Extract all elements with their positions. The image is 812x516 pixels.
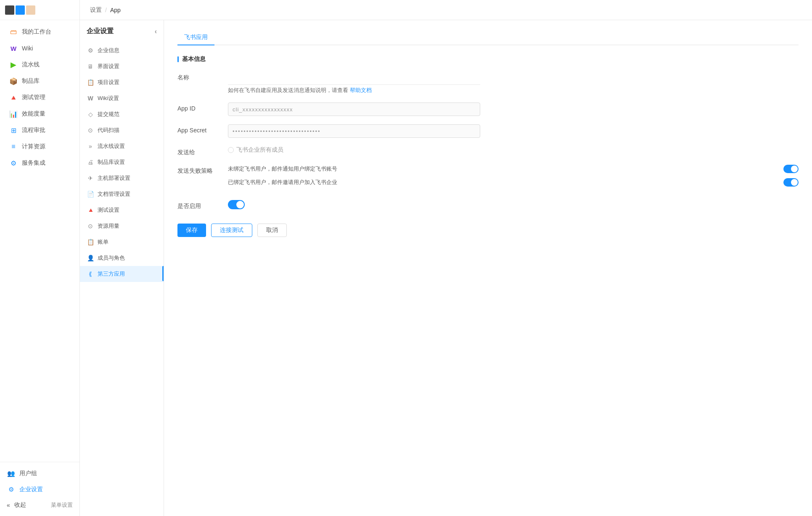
settings-item-project[interactable]: 📋 项目设置 bbox=[80, 74, 164, 90]
settings-item-wiki-label: Wiki设置 bbox=[98, 95, 119, 102]
settings-item-ui-settings[interactable]: 🖥 界面设置 bbox=[80, 58, 164, 74]
settings-item-commit[interactable]: ◇ 提交规范 bbox=[80, 106, 164, 122]
settings-item-docmgmt-label: 文档管理设置 bbox=[98, 190, 130, 198]
appid-label: App ID bbox=[177, 103, 228, 112]
settings-item-codescan[interactable]: ⊙ 代码扫描 bbox=[80, 122, 164, 138]
sidebar-item-service[interactable]: ⚙ 服务集成 bbox=[3, 155, 77, 171]
settings-item-billing[interactable]: 📋 账单 bbox=[80, 234, 164, 250]
settings-item-codescan-label: 代码扫描 bbox=[98, 126, 119, 134]
members-icon: 👤 bbox=[87, 255, 94, 261]
collapse-label: 收起 bbox=[14, 501, 26, 509]
name-input[interactable] bbox=[228, 71, 480, 85]
logo-block-2 bbox=[16, 5, 25, 15]
settings-item-members[interactable]: 👤 成员与角色 bbox=[80, 250, 164, 266]
sidebar-item-pipeline[interactable]: ▶ 流水线 bbox=[3, 57, 77, 73]
sidebar-nav: 🗃 我的工作台 W Wiki ▶ 流水线 📦 制品库 🔺 测试管理 📊 效能度量… bbox=[0, 20, 79, 462]
settings-item-test-label: 测试设置 bbox=[98, 206, 119, 214]
radio-label-all: 飞书企业所有成员 bbox=[236, 146, 283, 154]
settings-item-pipeline-label: 流水线设置 bbox=[98, 142, 125, 150]
logo bbox=[0, 0, 79, 20]
toggle2[interactable] bbox=[783, 178, 799, 187]
sidebar-item-test[interactable]: 🔺 测试管理 bbox=[3, 90, 77, 105]
sidebar-item-wiki-label: Wiki bbox=[22, 45, 33, 52]
settings-item-product[interactable]: 🖨 制品库设置 bbox=[80, 154, 164, 170]
appsecret-label: App Secret bbox=[177, 124, 228, 134]
breadcrumb-parent: 设置 bbox=[90, 6, 102, 14]
sidebar-bottom-usergroup[interactable]: 👥 用户组 bbox=[0, 466, 79, 482]
settings-item-company-info[interactable]: ⚙ 企业信息 bbox=[80, 42, 164, 58]
sidebar-item-compute[interactable]: ≡ 计算资源 bbox=[3, 139, 77, 155]
sidebar-item-product-label: 制品库 bbox=[22, 77, 40, 85]
sidebar-item-efficiency-label: 效能度量 bbox=[22, 110, 45, 118]
appid-input[interactable] bbox=[228, 103, 480, 116]
commit-spec-icon: ◇ bbox=[87, 111, 94, 118]
sidebar-bottom-enterprise-label: 企业设置 bbox=[19, 486, 43, 493]
code-scan-icon: ⊙ bbox=[87, 127, 94, 134]
settings-item-resource-label: 资源用量 bbox=[98, 222, 119, 230]
settings-item-commit-label: 提交规范 bbox=[98, 111, 119, 118]
sendfail-content: 未绑定飞书用户，邮件通知用户绑定飞书账号 已绑定飞书用户，邮件邀请用户加入飞书企… bbox=[228, 165, 799, 192]
doc-management-icon: 📄 bbox=[87, 191, 94, 197]
settings-item-product-label: 制品库设置 bbox=[98, 158, 125, 166]
sidebar-item-workflow[interactable]: ⊞ 流程审批 bbox=[3, 122, 77, 138]
sidebar-item-compute-label: 计算资源 bbox=[22, 143, 45, 150]
sidebar-bottom-enterprise[interactable]: ⚙ 企业设置 bbox=[0, 482, 79, 498]
settings-item-resource[interactable]: ⊙ 资源用量 bbox=[80, 218, 164, 234]
efficiency-icon: 📊 bbox=[9, 110, 18, 118]
pipeline-icon: ▶ bbox=[9, 61, 18, 69]
sendto-content: 飞书企业所有成员 bbox=[228, 146, 799, 154]
form-row-name: 名称 如何在飞书自建应用及发送消息通知说明，请查看 帮助文档 bbox=[177, 71, 799, 94]
settings-item-test[interactable]: 🔺 测试设置 bbox=[80, 202, 164, 218]
settings-item-company-info-label: 企业信息 bbox=[98, 47, 119, 54]
settings-item-host-label: 主机部署设置 bbox=[98, 174, 130, 182]
sidebar-item-product[interactable]: 📦 制品库 bbox=[3, 73, 77, 89]
sidebar-item-efficiency[interactable]: 📊 效能度量 bbox=[3, 106, 77, 122]
sidebar-item-workbench[interactable]: 🗃 我的工作台 bbox=[3, 24, 77, 40]
section-title-basic-info: 基本信息 bbox=[177, 55, 799, 63]
sidebar-item-wiki[interactable]: W Wiki bbox=[3, 40, 77, 56]
enable-toggle[interactable] bbox=[228, 200, 245, 209]
appid-content bbox=[228, 103, 799, 116]
enterprise-icon: ⚙ bbox=[7, 485, 15, 494]
settings-item-docmgmt[interactable]: 📄 文档管理设置 bbox=[80, 186, 164, 202]
settings-panel: 企业设置 ‹ ⚙ 企业信息 🖥 界面设置 📋 项目设置 W Wiki设置 ◇ bbox=[80, 20, 164, 516]
usergroup-icon: 👥 bbox=[7, 469, 15, 478]
name-content: 如何在飞书自建应用及发送消息通知说明，请查看 帮助文档 bbox=[228, 71, 799, 94]
company-info-icon: ⚙ bbox=[87, 47, 94, 54]
toggle1[interactable] bbox=[783, 165, 799, 173]
form-row-enable: 是否启用 bbox=[177, 200, 799, 210]
btn-row: 保存 连接测试 取消 bbox=[177, 224, 799, 237]
settings-item-host[interactable]: ✈ 主机部署设置 bbox=[80, 170, 164, 186]
settings-item-pipeline[interactable]: » 流水线设置 bbox=[80, 138, 164, 154]
cancel-button[interactable]: 取消 bbox=[257, 224, 287, 237]
wiki-settings-icon: W bbox=[87, 95, 94, 102]
help-doc-link[interactable]: 帮助文档 bbox=[350, 87, 372, 93]
product-settings-icon: 🖨 bbox=[87, 159, 94, 166]
radio-dot-all bbox=[228, 147, 234, 153]
settings-item-thirdparty[interactable]: ⟪ 第三方应用 bbox=[80, 266, 164, 282]
settings-item-wiki[interactable]: W Wiki设置 bbox=[80, 90, 164, 106]
save-button[interactable]: 保存 bbox=[177, 224, 206, 237]
tabs: 飞书应用 bbox=[177, 30, 799, 45]
appsecret-input[interactable] bbox=[228, 124, 480, 138]
breadcrumb: 设置 / App bbox=[80, 0, 812, 20]
name-hint: 如何在飞书自建应用及发送消息通知说明，请查看 帮助文档 bbox=[228, 85, 799, 94]
sendto-label: 发送给 bbox=[177, 146, 228, 156]
product-icon: 📦 bbox=[9, 77, 18, 85]
sidebar-collapse-row[interactable]: « 收起 菜单设置 bbox=[0, 498, 79, 513]
settings-item-thirdparty-label: 第三方应用 bbox=[98, 270, 125, 278]
sidebar-item-pipeline-label: 流水线 bbox=[22, 61, 40, 68]
logo-block-1 bbox=[5, 5, 14, 15]
breadcrumb-separator: / bbox=[105, 7, 107, 13]
host-deploy-icon: ✈ bbox=[87, 175, 94, 182]
wiki-icon: W bbox=[9, 44, 18, 53]
form-row-appsecret: App Secret bbox=[177, 124, 799, 138]
settings-collapse-button[interactable]: ‹ bbox=[155, 28, 157, 35]
radio-all-members[interactable]: 飞书企业所有成员 bbox=[228, 146, 799, 154]
tab-feishu[interactable]: 飞书应用 bbox=[177, 30, 214, 45]
settings-panel-title: 企业设置 ‹ bbox=[80, 27, 164, 42]
test-button[interactable]: 连接测试 bbox=[211, 224, 252, 237]
main-area: 设置 / App 企业设置 ‹ ⚙ 企业信息 🖥 界面设置 📋 项目设置 bbox=[80, 0, 812, 516]
menu-settings-label[interactable]: 菜单设置 bbox=[51, 501, 73, 509]
sidebar-bottom-usergroup-label: 用户组 bbox=[19, 470, 37, 477]
